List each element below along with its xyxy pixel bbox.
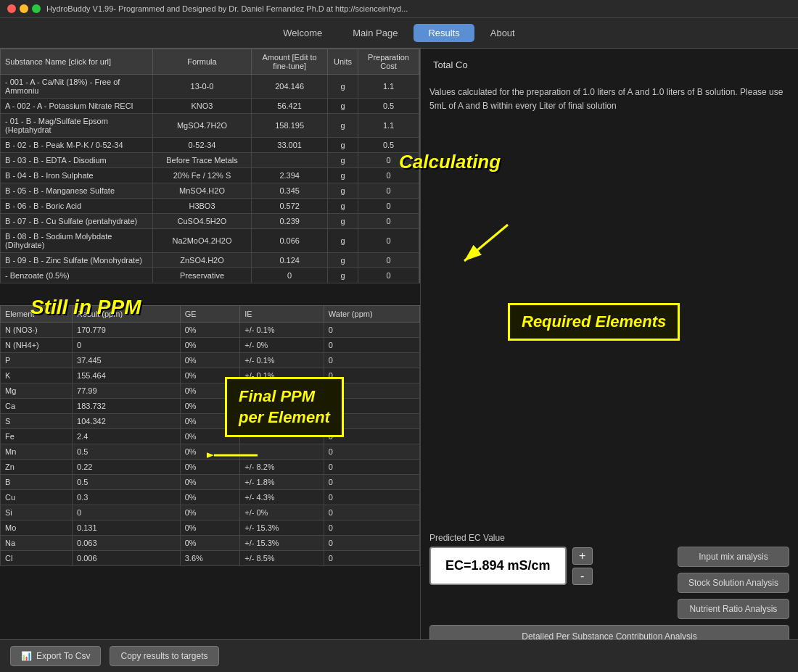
element-ge-cell: 0% [180, 353, 240, 368]
element-name-cell: Cl [1, 551, 73, 566]
substance-table-row[interactable]: - 001 - A - Ca/Nit (18%) - Free of Ammon… [1, 75, 419, 99]
substance-formula-cell: ZnSO4.H2O [152, 253, 251, 268]
close-dot[interactable] [7, 4, 16, 13]
element-name-cell: K [1, 368, 73, 383]
element-result-cell: 0.063 [73, 536, 181, 551]
substance-amount-cell[interactable]: 2.394 [252, 168, 328, 183]
substance-units-cell: g [328, 138, 358, 153]
element-name-cell: Si [1, 505, 73, 520]
substance-table-row[interactable]: B - 02 - B - Peak M-P-K / 0-52-34 0-52-3… [1, 138, 419, 153]
element-water-cell: 0 [324, 353, 419, 368]
substance-amount-cell[interactable] [252, 153, 328, 168]
substance-name-cell: A - 002 - A - Potassium Nitrate RECI [1, 99, 153, 114]
substance-table-row[interactable]: B - 06 - B - Boric Acid H3BO3 0.572 g 0 [1, 199, 419, 214]
substance-units-cell: g [328, 214, 358, 229]
substance-name-cell: B - 07 - B - Cu Sulfate (pentahydrate) [1, 214, 153, 229]
substance-units-cell: g [328, 253, 358, 268]
element-table-row: B 0.5 0% +/- 1.8% 0 [1, 475, 420, 490]
tab-main-page[interactable]: Main Page [338, 24, 412, 42]
title-bar: HydroBuddy V1.99- Programmed and Designe… [0, 0, 798, 18]
col-header-cost: Preparation Cost [358, 49, 419, 75]
element-name-cell: N (NH4+) [1, 338, 73, 353]
substance-units-cell: g [328, 114, 358, 138]
element-result-cell: 0.5 [73, 475, 181, 490]
total-co-label: Total Co [433, 59, 468, 70]
tab-welcome[interactable]: Welcome [268, 24, 337, 42]
substance-formula-cell: CuSO4.5H2O [152, 214, 251, 229]
stock-solution-analysis-button[interactable]: Stock Solution Analysis [678, 573, 789, 593]
substance-amount-cell[interactable]: 0 [252, 268, 328, 283]
substance-amount-cell[interactable]: 0.066 [252, 229, 328, 253]
substance-units-cell: g [328, 199, 358, 214]
substance-table-row[interactable]: B - 08 - B - Sodium Molybdate (Dihydrate… [1, 229, 419, 253]
element-ge-cell: 0% [180, 490, 240, 505]
element-name-cell: Cu [1, 490, 73, 505]
substance-amount-cell[interactable]: 0.345 [252, 183, 328, 199]
substance-name-cell: B - 04 - B - Iron Sulphate [1, 168, 153, 183]
copy-results-button[interactable]: Copy results to targets [110, 646, 218, 666]
final-ppm-annotation: Final PPM per Element [225, 377, 344, 437]
substance-units-cell: g [328, 168, 358, 183]
element-table-row: Mo 0.131 0% +/- 15.3% 0 [1, 520, 420, 536]
element-result-cell: 2.4 [73, 429, 181, 444]
element-result-cell: 0.131 [73, 520, 181, 536]
main-content: Substance Name [click for url] Formula A… [0, 49, 798, 655]
element-ge-cell: 0% [180, 475, 240, 490]
substance-cost-cell: 0 [358, 199, 419, 214]
minimize-dot[interactable] [20, 4, 28, 13]
col-header-water: Water (ppm) [324, 306, 419, 323]
analysis-buttons-group: Input mix analysis Stock Solution Analys… [678, 547, 789, 619]
element-ie-cell: +/- 0% [240, 338, 324, 353]
substance-amount-cell[interactable]: 0.239 [252, 214, 328, 229]
substance-amount-cell[interactable]: 158.195 [252, 114, 328, 138]
substance-amount-cell[interactable]: 0.124 [252, 253, 328, 268]
substance-table-row[interactable]: B - 07 - B - Cu Sulfate (pentahydrate) C… [1, 214, 419, 229]
substance-cost-cell: 1.1 [358, 75, 419, 99]
export-csv-button[interactable]: 📊 Export To Csv [10, 646, 101, 666]
predicted-ec-section: Predicted EC Value EC=1.894 mS/cm + - In… [429, 533, 789, 648]
input-mix-analysis-button[interactable]: Input mix analysis [678, 547, 789, 567]
substance-table-row[interactable]: - Benzoate (0.5%) Preservative 0 g 0 [1, 268, 419, 283]
info-text: Values calculated for the preparation of… [429, 81, 789, 117]
substance-table-row[interactable]: B - 04 - B - Iron Sulphate 20% Fe / 12% … [1, 168, 419, 183]
col-header-name: Substance Name [click for url] [1, 49, 153, 75]
substance-table-row[interactable]: B - 05 - B - Manganese Sulfate MnSO4.H2O… [1, 183, 419, 199]
substance-name-cell: B - 02 - B - Peak M-P-K / 0-52-34 [1, 138, 153, 153]
element-table-row: Si 0 0% +/- 0% 0 [1, 505, 420, 520]
substance-table-row[interactable]: B - 03 - B - EDTA - Disodium Before Trac… [1, 153, 419, 168]
element-result-cell: 37.445 [73, 353, 181, 368]
ec-plus-button[interactable]: + [572, 547, 593, 565]
element-result-cell: 0.3 [73, 490, 181, 505]
substance-cost-cell: 1.1 [358, 114, 419, 138]
element-water-cell: 0 [324, 536, 419, 551]
element-result-cell: 0.006 [73, 551, 181, 566]
ec-minus-button[interactable]: - [572, 568, 593, 585]
maximize-dot[interactable] [32, 4, 41, 13]
substance-name-cell: - 001 - A - Ca/Nit (18%) - Free of Ammon… [1, 75, 153, 99]
substance-cost-cell: 0.5 [358, 99, 419, 114]
substance-table-row[interactable]: A - 002 - A - Potassium Nitrate RECI KNO… [1, 99, 419, 114]
element-water-cell: 0 [324, 551, 419, 566]
substance-amount-cell[interactable]: 56.421 [252, 99, 328, 114]
element-table-row: Cu 0.3 0% +/- 4.3% 0 [1, 490, 420, 505]
tab-about[interactable]: About [476, 24, 530, 42]
element-water-cell: 0 [324, 323, 419, 338]
tab-results[interactable]: Results [414, 24, 474, 42]
nutrient-ratio-analysis-button[interactable]: Nutrient Ratio Analysis [678, 599, 789, 619]
substance-amount-cell[interactable]: 0.572 [252, 199, 328, 214]
element-ie-cell: +/- 1.8% [240, 475, 324, 490]
substance-table-row[interactable]: - 01 - B - Mag/Sulfate Epsom (Heptahydra… [1, 114, 419, 138]
window-title: HydroBuddy V1.99- Programmed and Designe… [46, 4, 408, 13]
element-water-cell: 0 [324, 475, 419, 490]
element-ge-cell: 0% [180, 323, 240, 338]
left-panel: Substance Name [click for url] Formula A… [0, 49, 421, 655]
substance-amount-cell[interactable]: 33.001 [252, 138, 328, 153]
ec-row: EC=1.894 mS/cm + - Input mix analysis St… [429, 547, 789, 619]
element-table-row: Ca 183.732 0% 0 [1, 399, 420, 414]
ec-display-group: EC=1.894 mS/cm + - [429, 547, 593, 585]
substance-amount-cell[interactable]: 204.146 [252, 75, 328, 99]
substance-formula-cell: 13-0-0 [152, 75, 251, 99]
substance-table: Substance Name [click for url] Formula A… [0, 49, 420, 283]
substance-table-row[interactable]: B - 09 - B - Zinc Sulfate (Monohydrate) … [1, 253, 419, 268]
element-result-cell: 170.779 [73, 323, 181, 338]
